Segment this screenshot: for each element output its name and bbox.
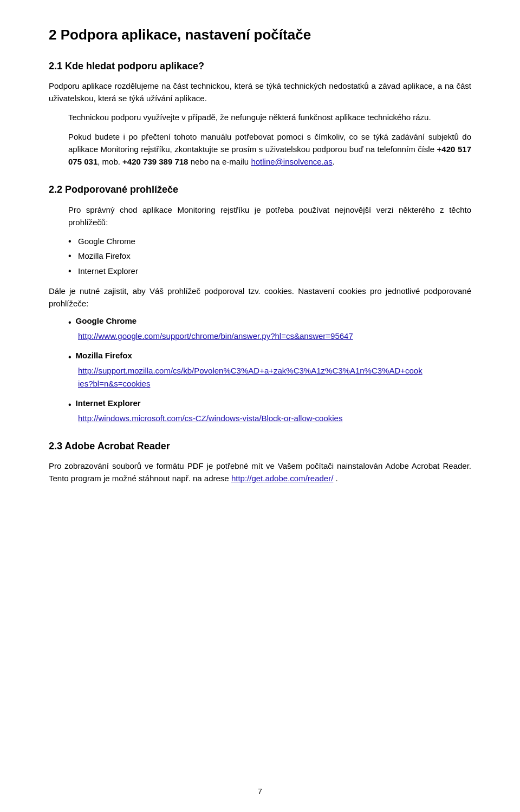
bullet-ie: • [68,398,72,412]
page-number: 7 [258,787,262,796]
list-item-ie: Internet Explorer [78,265,471,277]
cookie-intro-text: Dále je nutné zajistit, aby Váš prohlíže… [49,285,471,310]
browser-list: Google Chrome Mozilla Firefox Internet E… [78,235,471,277]
email-link[interactable]: hotline@insolvence.as [251,157,332,166]
cookie-firefox-link: http://support.mozilla.com/cs/kb/Povolen… [78,364,471,390]
section-2-2-title: 2.2 Podporované prohlížeče [49,183,471,197]
section-2-1-title: 2.1 Kde hledat podporu aplikace? [49,60,471,73]
adobe-link[interactable]: http://get.adobe.com/reader/ [231,474,333,483]
cookie-item-chrome: • Google Chrome http://www.google.com/su… [49,316,471,342]
phone-2: +420 739 389 718 [122,157,188,166]
section-2-3-para: Pro zobrazování souborů ve formátu PDF j… [49,460,471,485]
page: 2 Podpora aplikace, nastavení počítače 2… [0,0,520,812]
bullet-firefox: • [68,351,72,364]
list-item-chrome: Google Chrome [78,235,471,247]
cookie-ie-link[interactable]: http://windows.microsoft.com/cs-CZ/windo… [78,412,471,424]
cookie-item-firefox: • Mozilla Firefox http://support.mozilla… [49,351,471,389]
section-2-1-para-1: Podporu aplikace rozdělujeme na část tec… [49,80,471,105]
section-2-1-para-3: Pokud budete i po přečtení tohoto manuál… [68,130,471,168]
section-2-1-para-2: Technickou podporu využívejte v případě,… [68,111,471,123]
cookie-chrome-link[interactable]: http://www.google.com/support/chrome/bin… [78,330,471,342]
bullet-chrome: • [68,316,72,330]
list-item-firefox: Mozilla Firefox [78,250,471,262]
section-2-3-title: 2.3 Adobe Acrobat Reader [49,440,471,453]
chapter-title: 2 Podpora aplikace, nastavení počítače [49,26,471,44]
cookie-ie-name: Internet Explorer [76,398,141,408]
cookie-item-ie: • Internet Explorer http://windows.micro… [49,398,471,424]
section-2-2-intro: Pro správný chod aplikace Monitoring rej… [68,204,471,229]
cookie-chrome-name: Google Chrome [76,316,137,325]
cookie-firefox-name: Mozilla Firefox [76,351,132,360]
